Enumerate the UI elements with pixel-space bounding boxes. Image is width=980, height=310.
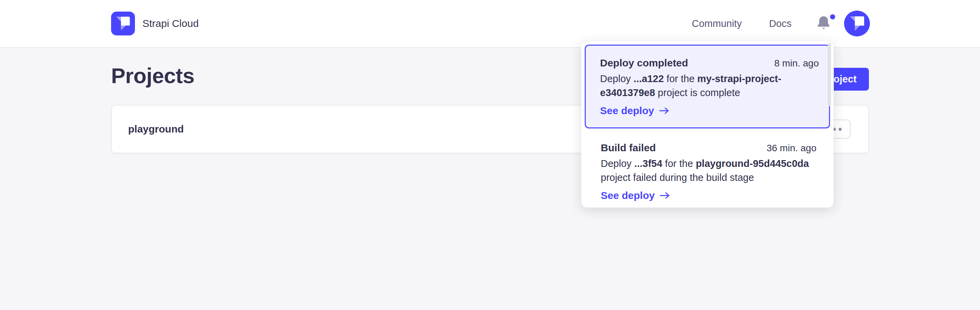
notification-item-deploy-completed[interactable]: Deploy completed 8 min. ago Deploy ...a1… (585, 45, 830, 129)
user-avatar[interactable] (844, 11, 870, 37)
see-deploy-label: See deploy (600, 105, 654, 116)
notifications-bell-button[interactable] (816, 15, 832, 32)
page-title: Projects (111, 64, 194, 88)
notification-time: 8 min. ago (774, 58, 821, 69)
project-name: playground (128, 123, 184, 135)
nav-link-community[interactable]: Community (692, 18, 742, 29)
dropdown-scrollbar[interactable] (828, 43, 831, 106)
see-deploy-label: See deploy (601, 190, 655, 201)
strapi-glyph-icon (116, 17, 130, 30)
notifications-dropdown: Deploy completed 8 min. ago Deploy ...a1… (581, 41, 834, 208)
arrow-right-icon (659, 191, 670, 200)
notification-body: Deploy ...a122 for the my-strapi-project… (600, 72, 821, 100)
top-navbar: Strapi Cloud Community Docs (0, 0, 980, 48)
brand-label: Strapi Cloud (142, 18, 199, 29)
notification-title: Build failed (601, 142, 656, 154)
nav-link-docs[interactable]: Docs (769, 18, 792, 29)
unread-dot (830, 14, 835, 19)
notification-head: Deploy completed 8 min. ago (600, 57, 821, 69)
arrow-right-icon (659, 107, 670, 115)
brand[interactable]: Strapi Cloud (111, 11, 199, 35)
see-deploy-link[interactable]: See deploy (600, 105, 821, 116)
notification-head: Build failed 36 min. ago (601, 142, 818, 154)
strapi-logo-icon (111, 11, 135, 35)
notification-item-build-failed[interactable]: Build failed 36 min. ago Deploy ...3f54 … (585, 129, 830, 201)
notification-time: 36 min. ago (767, 143, 818, 154)
avatar-strapi-glyph-icon (850, 16, 864, 31)
see-deploy-link[interactable]: See deploy (601, 190, 818, 201)
notification-title: Deploy completed (600, 57, 688, 69)
nav-links: Community Docs (692, 11, 870, 37)
notification-body: Deploy ...3f54 for the playground-95d445… (601, 157, 818, 184)
bell-icon (816, 15, 831, 31)
